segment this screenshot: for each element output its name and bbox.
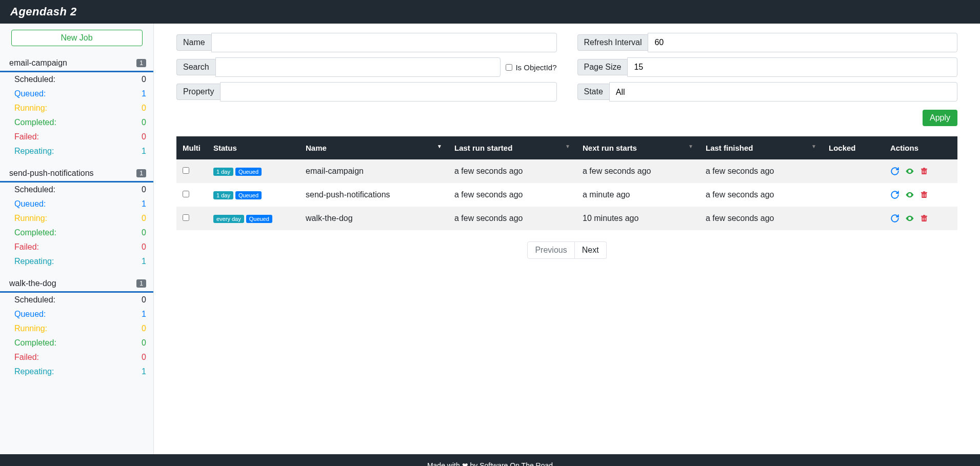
cell-last-finished: a few seconds ago [699,207,823,230]
stat-value: 0 [142,118,146,127]
view-icon[interactable] [905,190,915,199]
refresh-interval-input[interactable] [648,33,957,52]
pagination-next[interactable]: Next [575,241,607,259]
job-count-badge: 1 [136,169,146,177]
interval-badge: 1 day [213,168,233,176]
stat-row-queued[interactable]: Queued:1 [0,307,153,321]
pagination-previous[interactable]: Previous [527,241,574,259]
svg-rect-9 [923,191,925,192]
stat-row-repeating[interactable]: Repeating:1 [0,254,153,269]
view-icon[interactable] [905,167,915,176]
th-name[interactable]: Name▼ [299,136,448,159]
row-select-checkbox[interactable] [183,191,189,197]
stat-row-completed[interactable]: Completed:0 [0,336,153,350]
sidebar-job-header[interactable]: walk-the-dog1 [0,276,153,293]
filter-search-input[interactable] [215,57,501,77]
stat-value: 1 [142,257,146,266]
apply-button[interactable]: Apply [923,110,957,126]
svg-rect-1 [922,170,926,174]
delete-icon[interactable] [920,167,928,176]
svg-rect-4 [923,171,923,173]
th-last-finished[interactable]: Last finished▼ [699,136,823,159]
page-size-input[interactable] [627,57,957,77]
stat-row-scheduled[interactable]: Scheduled:0 [0,72,153,87]
svg-rect-15 [923,215,925,216]
stat-row-completed[interactable]: Completed:0 [0,115,153,130]
stat-label: Repeating: [14,257,54,266]
job-group-name: walk-the-dog [9,279,56,288]
stat-label: Scheduled: [14,295,55,305]
stat-label: Failed: [14,242,39,252]
jobs-table: Multi Status Name▼ Last run started▼ Nex… [176,136,957,230]
delete-icon[interactable] [920,214,928,223]
row-select-checkbox[interactable] [183,214,189,221]
stat-row-scheduled[interactable]: Scheduled:0 [0,183,153,197]
sidebar-job-header[interactable]: send-push-notifications1 [0,166,153,183]
stat-label: Repeating: [14,147,54,156]
svg-rect-13 [922,217,926,221]
view-icon[interactable] [905,214,915,223]
stat-value: 0 [142,228,146,237]
table-row: 1 dayQueued send-push-notifications a fe… [176,183,957,207]
state-badge: Queued [246,215,272,223]
svg-rect-5 [925,171,925,173]
th-last-run-started[interactable]: Last run started▼ [448,136,576,159]
footer: Made with ❤ by Software On The Road [0,454,980,466]
page-size-label: Page Size [577,59,628,75]
svg-rect-10 [923,194,923,197]
svg-rect-16 [923,218,923,220]
cell-last-run-started: a few seconds ago [448,159,576,183]
stat-row-repeating[interactable]: Repeating:1 [0,364,153,379]
sidebar-job-group: email-campaign1Scheduled:0Queued:1Runnin… [0,55,153,158]
svg-point-12 [909,218,911,219]
th-multi[interactable]: Multi [176,136,207,159]
filter-name-input[interactable] [211,33,557,52]
cell-next-run-starts: a few seconds ago [576,159,699,183]
th-next-run-starts[interactable]: Next run starts▼ [576,136,699,159]
stat-row-failed[interactable]: Failed:0 [0,240,153,254]
th-status[interactable]: Status [207,136,299,159]
stat-row-scheduled[interactable]: Scheduled:0 [0,293,153,307]
cell-last-finished: a few seconds ago [699,159,823,183]
caret-down-icon: ▼ [811,144,816,149]
caret-down-icon: ▼ [688,144,693,149]
stat-label: Completed: [14,118,56,127]
stat-row-failed[interactable]: Failed:0 [0,350,153,364]
main-content: Name Search Is ObjectId? Property [154,24,980,454]
requeue-icon[interactable] [890,167,899,176]
stat-label: Running: [14,324,47,333]
stat-row-failed[interactable]: Failed:0 [0,130,153,144]
cell-last-finished: a few seconds ago [699,183,823,207]
requeue-icon[interactable] [890,214,899,223]
requeue-icon[interactable] [890,190,899,199]
stat-value: 0 [142,75,146,84]
filter-property-input[interactable] [220,82,556,102]
cell-locked [823,159,884,183]
is-objectid-wrap[interactable]: Is ObjectId? [506,63,556,72]
stat-row-running[interactable]: Running:0 [0,211,153,226]
stat-row-queued[interactable]: Queued:1 [0,87,153,101]
stat-value: 0 [142,242,146,252]
is-objectid-checkbox[interactable] [506,64,512,71]
delete-icon[interactable] [920,190,928,199]
stat-row-running[interactable]: Running:0 [0,321,153,336]
table-row: 1 dayQueued email-campaign a few seconds… [176,159,957,183]
stat-label: Scheduled: [14,75,55,84]
caret-down-icon: ▼ [437,144,442,149]
th-locked[interactable]: Locked [823,136,884,159]
stat-row-running[interactable]: Running:0 [0,101,153,115]
state-select[interactable]: All [609,82,957,102]
stat-value: 0 [142,338,146,348]
stat-row-completed[interactable]: Completed:0 [0,226,153,240]
stat-row-queued[interactable]: Queued:1 [0,197,153,211]
stat-value: 0 [142,185,146,194]
is-objectid-label: Is ObjectId? [515,63,556,72]
row-select-checkbox[interactable] [183,167,189,174]
interval-badge: 1 day [213,191,233,199]
interval-badge: every day [213,215,244,223]
cell-next-run-starts: a minute ago [576,183,699,207]
sidebar-job-header[interactable]: email-campaign1 [0,55,153,72]
stat-row-repeating[interactable]: Repeating:1 [0,144,153,158]
cell-name: email-campaign [299,159,448,183]
new-job-button[interactable]: New Job [11,30,143,46]
